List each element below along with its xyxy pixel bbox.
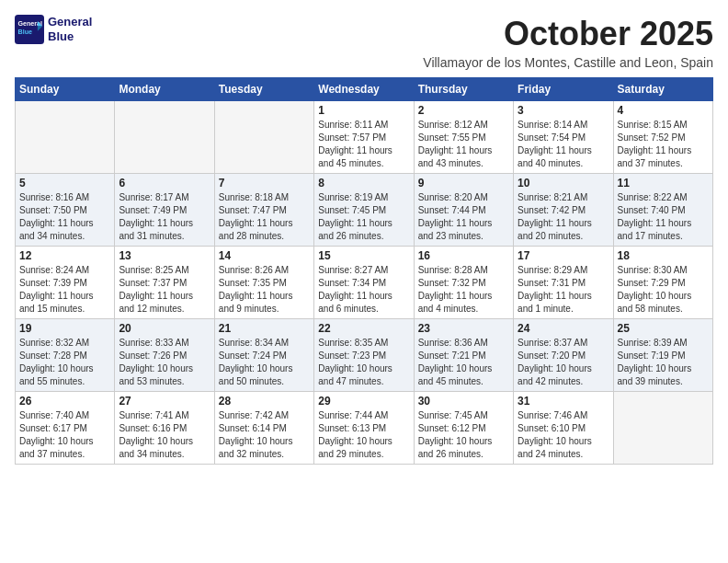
logo-text: General Blue: [48, 15, 92, 43]
calendar-cell: 17Sunrise: 8:29 AM Sunset: 7:31 PM Dayli…: [514, 247, 613, 319]
calendar-cell: 26Sunrise: 7:40 AM Sunset: 6:17 PM Dayli…: [16, 392, 115, 465]
calendar-week-row: 1Sunrise: 8:11 AM Sunset: 7:57 PM Daylig…: [16, 101, 713, 174]
day-info: Sunrise: 7:45 AM Sunset: 6:12 PM Dayligh…: [418, 409, 509, 461]
day-number: 13: [119, 249, 210, 262]
calendar-table: SundayMondayTuesdayWednesdayThursdayFrid…: [15, 77, 713, 465]
day-number: 5: [19, 177, 110, 190]
calendar-cell: 1Sunrise: 8:11 AM Sunset: 7:57 PM Daylig…: [314, 101, 414, 174]
calendar-cell: [16, 101, 115, 174]
calendar-cell: 4Sunrise: 8:15 AM Sunset: 7:52 PM Daylig…: [613, 101, 712, 174]
calendar-cell: 8Sunrise: 8:19 AM Sunset: 7:45 PM Daylig…: [314, 174, 414, 247]
logo-icon: General Blue: [15, 15, 44, 44]
day-info: Sunrise: 8:11 AM Sunset: 7:57 PM Dayligh…: [318, 119, 409, 170]
calendar-cell: 21Sunrise: 8:34 AM Sunset: 7:24 PM Dayli…: [214, 319, 313, 392]
subtitle: Villamayor de los Montes, Castille and L…: [423, 55, 713, 70]
day-number: 28: [219, 395, 310, 408]
calendar-cell: 13Sunrise: 8:25 AM Sunset: 7:37 PM Dayli…: [115, 247, 214, 319]
calendar-cell: 29Sunrise: 7:44 AM Sunset: 6:13 PM Dayli…: [314, 392, 414, 465]
calendar-cell: [115, 101, 214, 174]
day-info: Sunrise: 8:26 AM Sunset: 7:35 PM Dayligh…: [219, 264, 310, 316]
calendar-cell: 3Sunrise: 8:14 AM Sunset: 7:54 PM Daylig…: [514, 101, 613, 174]
day-info: Sunrise: 8:18 AM Sunset: 7:47 PM Dayligh…: [219, 191, 310, 243]
day-info: Sunrise: 8:24 AM Sunset: 7:39 PM Dayligh…: [19, 264, 110, 316]
day-number: 9: [418, 177, 509, 190]
calendar-cell: 20Sunrise: 8:33 AM Sunset: 7:26 PM Dayli…: [115, 319, 214, 392]
calendar-cell: 6Sunrise: 8:17 AM Sunset: 7:49 PM Daylig…: [115, 174, 214, 247]
day-info: Sunrise: 7:46 AM Sunset: 6:10 PM Dayligh…: [518, 409, 609, 461]
day-number: 6: [119, 177, 210, 190]
day-number: 24: [518, 322, 609, 335]
calendar-cell: 25Sunrise: 8:39 AM Sunset: 7:19 PM Dayli…: [613, 319, 712, 392]
day-number: 3: [518, 104, 609, 117]
day-number: 19: [19, 322, 110, 335]
day-number: 26: [19, 395, 110, 408]
svg-text:Blue: Blue: [18, 29, 32, 36]
day-number: 30: [418, 395, 509, 408]
calendar-cell: 30Sunrise: 7:45 AM Sunset: 6:12 PM Dayli…: [414, 392, 513, 465]
calendar-cell: 19Sunrise: 8:32 AM Sunset: 7:28 PM Dayli…: [16, 319, 115, 392]
day-number: 15: [318, 249, 409, 262]
title-block: October 2025 Villamayor de los Montes, C…: [423, 15, 713, 70]
day-number: 25: [618, 322, 709, 335]
month-title: October 2025: [423, 15, 713, 53]
day-number: 7: [219, 177, 310, 190]
day-info: Sunrise: 8:14 AM Sunset: 7:54 PM Dayligh…: [518, 119, 609, 170]
day-info: Sunrise: 7:41 AM Sunset: 6:16 PM Dayligh…: [119, 409, 210, 461]
day-info: Sunrise: 8:36 AM Sunset: 7:21 PM Dayligh…: [418, 337, 509, 388]
day-info: Sunrise: 8:19 AM Sunset: 7:45 PM Dayligh…: [318, 191, 409, 243]
calendar-week-row: 5Sunrise: 8:16 AM Sunset: 7:50 PM Daylig…: [16, 174, 713, 247]
day-number: 23: [418, 322, 509, 335]
calendar-cell: 16Sunrise: 8:28 AM Sunset: 7:32 PM Dayli…: [414, 247, 513, 319]
day-info: Sunrise: 8:25 AM Sunset: 7:37 PM Dayligh…: [119, 264, 210, 316]
calendar-cell: 15Sunrise: 8:27 AM Sunset: 7:34 PM Dayli…: [314, 247, 414, 319]
weekday-header-saturday: Saturday: [613, 78, 712, 101]
day-number: 21: [219, 322, 310, 335]
day-number: 17: [518, 249, 609, 262]
calendar-cell: 31Sunrise: 7:46 AM Sunset: 6:10 PM Dayli…: [514, 392, 613, 465]
calendar-cell: 23Sunrise: 8:36 AM Sunset: 7:21 PM Dayli…: [414, 319, 513, 392]
calendar-cell: 2Sunrise: 8:12 AM Sunset: 7:55 PM Daylig…: [414, 101, 513, 174]
day-number: 22: [318, 322, 409, 335]
calendar-cell: [613, 392, 712, 465]
day-info: Sunrise: 8:20 AM Sunset: 7:44 PM Dayligh…: [418, 191, 509, 243]
day-info: Sunrise: 8:15 AM Sunset: 7:52 PM Dayligh…: [618, 119, 709, 170]
weekday-header-wednesday: Wednesday: [314, 78, 414, 101]
calendar-cell: 28Sunrise: 7:42 AM Sunset: 6:14 PM Dayli…: [214, 392, 313, 465]
day-number: 4: [618, 104, 709, 117]
day-info: Sunrise: 8:12 AM Sunset: 7:55 PM Dayligh…: [418, 119, 509, 170]
calendar-cell: 22Sunrise: 8:35 AM Sunset: 7:23 PM Dayli…: [314, 319, 414, 392]
day-number: 8: [318, 177, 409, 190]
day-number: 29: [318, 395, 409, 408]
day-number: 18: [618, 249, 709, 262]
day-info: Sunrise: 8:21 AM Sunset: 7:42 PM Dayligh…: [518, 191, 609, 243]
weekday-header-row: SundayMondayTuesdayWednesdayThursdayFrid…: [16, 78, 713, 101]
calendar-week-row: 19Sunrise: 8:32 AM Sunset: 7:28 PM Dayli…: [16, 319, 713, 392]
day-info: Sunrise: 8:32 AM Sunset: 7:28 PM Dayligh…: [19, 337, 110, 388]
calendar-cell: [214, 101, 313, 174]
day-number: 10: [518, 177, 609, 190]
day-number: 31: [518, 395, 609, 408]
day-info: Sunrise: 8:37 AM Sunset: 7:20 PM Dayligh…: [518, 337, 609, 388]
day-info: Sunrise: 8:28 AM Sunset: 7:32 PM Dayligh…: [418, 264, 509, 316]
day-number: 2: [418, 104, 509, 117]
day-number: 27: [119, 395, 210, 408]
day-info: Sunrise: 8:29 AM Sunset: 7:31 PM Dayligh…: [518, 264, 609, 316]
calendar-week-row: 12Sunrise: 8:24 AM Sunset: 7:39 PM Dayli…: [16, 247, 713, 319]
weekday-header-friday: Friday: [514, 78, 613, 101]
day-info: Sunrise: 7:42 AM Sunset: 6:14 PM Dayligh…: [219, 409, 310, 461]
calendar-cell: 10Sunrise: 8:21 AM Sunset: 7:42 PM Dayli…: [514, 174, 613, 247]
calendar-cell: 14Sunrise: 8:26 AM Sunset: 7:35 PM Dayli…: [214, 247, 313, 319]
day-number: 1: [318, 104, 409, 117]
calendar-cell: 12Sunrise: 8:24 AM Sunset: 7:39 PM Dayli…: [16, 247, 115, 319]
day-number: 11: [618, 177, 709, 190]
day-number: 20: [119, 322, 210, 335]
calendar-cell: 18Sunrise: 8:30 AM Sunset: 7:29 PM Dayli…: [613, 247, 712, 319]
page-header: General Blue General Blue October 2025 V…: [15, 15, 713, 70]
calendar-cell: 24Sunrise: 8:37 AM Sunset: 7:20 PM Dayli…: [514, 319, 613, 392]
day-info: Sunrise: 7:44 AM Sunset: 6:13 PM Dayligh…: [318, 409, 409, 461]
day-info: Sunrise: 7:40 AM Sunset: 6:17 PM Dayligh…: [19, 409, 110, 461]
day-info: Sunrise: 8:39 AM Sunset: 7:19 PM Dayligh…: [618, 337, 709, 388]
day-info: Sunrise: 8:35 AM Sunset: 7:23 PM Dayligh…: [318, 337, 409, 388]
day-info: Sunrise: 8:30 AM Sunset: 7:29 PM Dayligh…: [618, 264, 709, 316]
weekday-header-thursday: Thursday: [414, 78, 513, 101]
